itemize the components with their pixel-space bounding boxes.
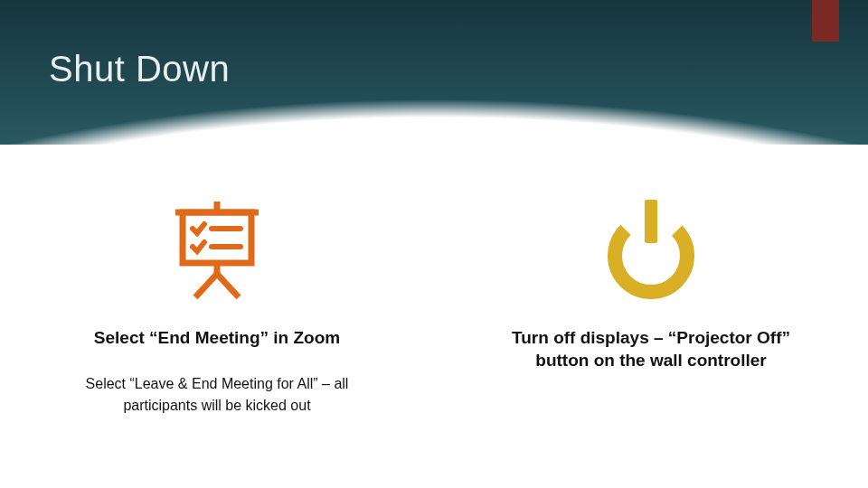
slide: Shut Down [0, 0, 868, 488]
column-heading: Select “End Meeting” in Zoom [94, 327, 340, 350]
page-title: Shut Down [49, 49, 230, 89]
column-projector-off: Turn off displays – “Projector Off” butt… [434, 190, 868, 417]
presentation-icon [163, 190, 271, 307]
column-end-meeting: Select “End Meeting” in Zoom Select “Lea… [0, 190, 434, 417]
svg-line-5 [217, 274, 239, 297]
column-heading: Turn off displays – “Projector Off” butt… [497, 327, 805, 371]
content-row: Select “End Meeting” in Zoom Select “Lea… [0, 190, 868, 417]
svg-rect-8 [645, 200, 657, 243]
power-icon [597, 190, 705, 307]
svg-rect-2 [183, 212, 251, 263]
svg-line-4 [195, 274, 217, 297]
column-subtext: Select “Leave & End Meeting for All” – a… [72, 373, 362, 417]
accent-bar [812, 0, 839, 42]
